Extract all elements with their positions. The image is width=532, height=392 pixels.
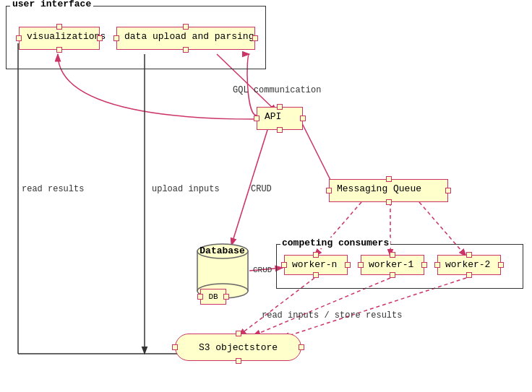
visualizations-port-left: [16, 35, 22, 41]
data-upload-label: data upload and parsing: [124, 31, 254, 42]
worker-n-port-top: [313, 252, 319, 258]
worker-n-port-right: [345, 262, 351, 268]
visualizations-label: visualizations: [27, 31, 106, 42]
s3-port-right: [299, 344, 304, 350]
mq-port-bottom: [386, 199, 392, 205]
worker-1-label: worker-1: [369, 259, 413, 270]
visualizations-box: visualizations: [19, 27, 100, 50]
worker-2-label: worker-2: [445, 259, 490, 270]
crud-label: CRUD: [251, 184, 272, 194]
worker-n-box: worker-n: [284, 255, 348, 275]
data-upload-port-left: [113, 35, 119, 41]
s3-port-top: [236, 331, 241, 336]
visualizations-port-bottom: [56, 47, 62, 53]
worker-2-port-top: [466, 252, 472, 258]
database-group: Database DB: [184, 238, 260, 303]
data-upload-port-bottom: [183, 47, 189, 53]
mq-port-left: [326, 188, 332, 193]
competing-consumers-label: competing consumers: [280, 238, 390, 248]
s3-port-left: [172, 344, 178, 350]
db-port-right: [223, 294, 229, 300]
db-box: DB: [200, 289, 226, 305]
worker-1-port-top: [390, 252, 395, 258]
worker-2-port-bottom: [466, 272, 472, 278]
database-title-label: Database: [200, 245, 244, 256]
user-interface-label: user interface: [10, 0, 93, 9]
data-upload-port-right: [252, 35, 258, 41]
mq-port-right: [445, 188, 451, 193]
user-interface-group: user interface visualizations data uploa…: [6, 6, 266, 69]
mq-port-top: [386, 176, 392, 182]
worker-1-port-left: [358, 262, 364, 268]
data-upload-box: data upload and parsing: [116, 27, 255, 50]
worker-n-port-left: [281, 262, 287, 268]
s3-box: S3 objectstore: [175, 334, 301, 361]
data-upload-port-top: [183, 24, 189, 30]
upload-inputs-label: upload inputs: [152, 184, 220, 194]
db-port-left: [197, 294, 203, 300]
worker-n-port-bottom: [313, 272, 319, 278]
messaging-queue-label: Messaging Queue: [337, 183, 421, 194]
worker-1-port-right: [421, 262, 427, 268]
s3-label: S3 objectstore: [199, 342, 278, 353]
worker-n-label: worker-n: [292, 259, 337, 270]
messaging-queue-box: Messaging Queue: [329, 179, 448, 202]
read-results-label: read results: [22, 184, 84, 194]
api-port-bottom: [277, 127, 283, 133]
worker-2-port-left: [434, 262, 440, 268]
worker-1-port-bottom: [390, 272, 395, 278]
visualizations-port-right: [97, 35, 103, 41]
crud-db-label: CRUD: [253, 266, 272, 274]
api-port-right: [300, 116, 306, 121]
visualizations-port-top: [56, 24, 62, 30]
worker-2-port-right: [498, 262, 504, 268]
api-box: API: [257, 107, 303, 130]
s3-port-bottom: [236, 358, 241, 364]
competing-consumers-group: competing consumers worker-n worker-1 wo…: [276, 244, 523, 289]
api-label: API: [265, 111, 281, 122]
api-port-left: [254, 116, 259, 121]
api-port-top: [277, 104, 283, 110]
gql-label: GQL communication: [233, 85, 321, 95]
worker-1-box: worker-1: [361, 255, 424, 275]
worker-2-box: worker-2: [437, 255, 501, 275]
db-label: DB: [208, 292, 218, 301]
architecture-diagram: user interface visualizations data uploa…: [0, 0, 532, 392]
read-inputs-label: read inputs / store results: [262, 310, 402, 321]
